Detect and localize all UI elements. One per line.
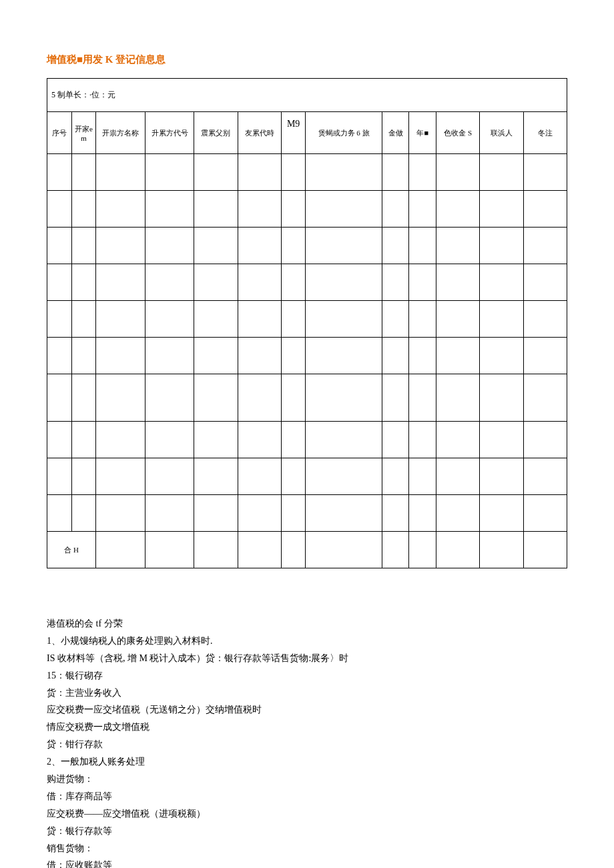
content-line: 货：主营业务收入 xyxy=(47,685,567,702)
col-header: 序号 xyxy=(47,112,72,154)
table-row xyxy=(47,422,567,458)
content-line: 借：库存商品等 xyxy=(47,788,567,805)
table-row xyxy=(47,458,567,495)
col-header: 开祟方名称 xyxy=(96,112,145,154)
table-row xyxy=(47,154,567,191)
content-line: 港值税的会 tf 分荣 xyxy=(47,615,567,632)
table-row xyxy=(47,228,567,264)
content-line: 情应交税费一成文增值税 xyxy=(47,719,567,736)
col-header: 联浜人 xyxy=(480,112,523,154)
register-table: 5 制单长：·位：元 序号 开家em 开祟方名称 升累方代号 震累父别 友累代時… xyxy=(47,78,567,568)
table-caption: 5 制单长：·位：元 xyxy=(47,79,567,112)
table-footer-row: 合 H xyxy=(47,532,567,568)
content-line: 15：银行砌存 xyxy=(47,667,567,685)
footer-label: 合 H xyxy=(47,532,96,568)
content-line: 贷：银行存款等 xyxy=(47,823,567,840)
table-row xyxy=(47,374,567,422)
table-header-row: 序号 开家em 开祟方名称 升累方代号 震累父别 友累代時 M9 煲蝎或力务 6… xyxy=(47,112,567,154)
col-header: 色收金 S xyxy=(436,112,480,154)
col-header: 开家em xyxy=(71,112,96,154)
table-row xyxy=(47,338,567,374)
col-header: 金做 xyxy=(382,112,409,154)
content-line: 购进货物： xyxy=(47,771,567,788)
col-header: 震累父别 xyxy=(194,112,238,154)
content-line: 销售货物： xyxy=(47,840,567,857)
content-line: 1、小规馒纳税人的康务处理购入材料时. xyxy=(47,632,567,650)
content-text: 港值税的会 tf 分荣 1、小规馒纳税人的康务处理购入材料时. IS 收材料等（… xyxy=(47,615,567,868)
table-row xyxy=(47,301,567,338)
col-header: 升累方代号 xyxy=(145,112,194,154)
col-header: 年■ xyxy=(409,112,436,154)
content-line: 应交税费一应交堵值税（无送销之分）交纳增值税时 xyxy=(47,701,567,719)
content-line: 2、一般加税人账务处理 xyxy=(47,753,567,771)
table-row xyxy=(47,191,567,228)
col-header: 友累代時 xyxy=(238,112,281,154)
content-line: 借：应收账款等 xyxy=(47,857,567,868)
content-line: 应交税费——应交增值税（进项税额） xyxy=(47,805,567,823)
table-row xyxy=(47,264,567,301)
content-line: IS 收材料等（含税, 增 M 税计入成本）贷：银行存款等话售货物:展务〉时 xyxy=(47,650,567,667)
col-header: 煲蝎或力务 6 旅 xyxy=(306,112,382,154)
page-title: 增值税■用发 K 登记信息息 xyxy=(47,53,567,66)
table-row xyxy=(47,495,567,532)
content-line: 贷：钳行存款 xyxy=(47,736,567,753)
col-header: 冬注 xyxy=(523,112,567,154)
col-header: M9 xyxy=(281,112,306,154)
